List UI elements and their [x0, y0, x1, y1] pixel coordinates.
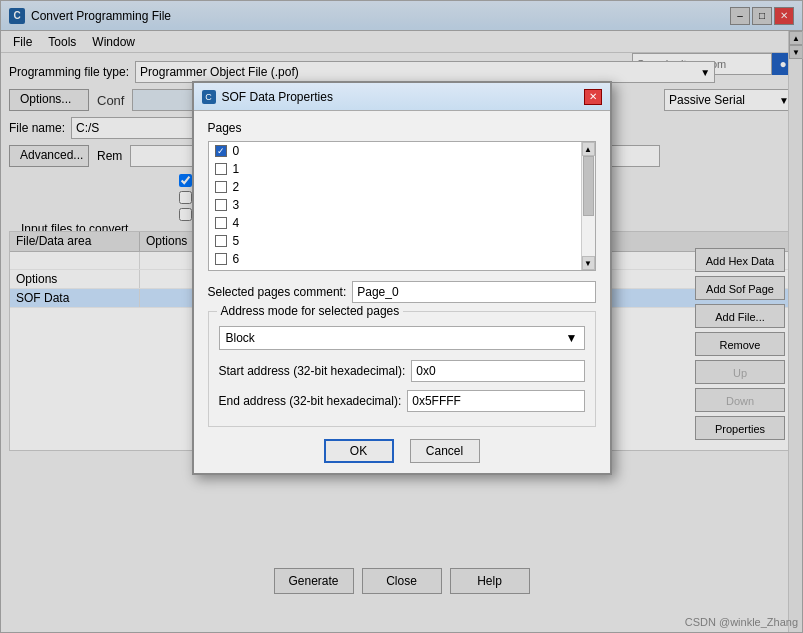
- modal-bottom-buttons: OK Cancel: [208, 439, 596, 463]
- modal-app-icon: C: [202, 90, 216, 104]
- page-checkbox-1[interactable]: [215, 163, 227, 175]
- page-checkbox-3[interactable]: [215, 199, 227, 211]
- modal-title-bar: C SOF Data Properties ✕: [194, 83, 610, 111]
- end-address-label: End address (32-bit hexadecimal):: [219, 394, 402, 408]
- selected-pages-comment-input[interactable]: [352, 281, 595, 303]
- page-checkbox-5[interactable]: [215, 235, 227, 247]
- modal-close-button[interactable]: ✕: [584, 89, 602, 105]
- pages-scrollbar[interactable]: ▲ ▼: [581, 142, 595, 270]
- pages-scroll-up[interactable]: ▲: [582, 142, 595, 156]
- page-checkbox-0[interactable]: ✓: [215, 145, 227, 157]
- chevron-down-icon-modal: ▼: [566, 331, 578, 345]
- list-item[interactable]: 5: [209, 232, 595, 250]
- address-mode-group: Address mode for selected pages Block ▼ …: [208, 311, 596, 427]
- pages-list[interactable]: ✓ 0 1 2 3: [208, 141, 596, 271]
- modal-body: Pages ✓ 0 1 2: [194, 111, 610, 473]
- selected-pages-comment-label: Selected pages comment:: [208, 285, 347, 299]
- address-mode-label: Address mode for selected pages: [217, 304, 404, 318]
- start-address-input[interactable]: [411, 360, 584, 382]
- page-checkbox-4[interactable]: [215, 217, 227, 229]
- pages-container: ✓ 0 1 2 3: [208, 141, 596, 271]
- list-item[interactable]: 3: [209, 196, 595, 214]
- address-mode-select[interactable]: Block ▼: [219, 326, 585, 350]
- list-item[interactable]: 1: [209, 160, 595, 178]
- pages-scroll-thumb[interactable]: [583, 156, 594, 216]
- pages-label: Pages: [208, 121, 596, 135]
- pages-scroll-track[interactable]: [582, 156, 595, 256]
- page-checkbox-2[interactable]: [215, 181, 227, 193]
- main-window: C Convert Programming File – □ ✕ File To…: [0, 0, 803, 633]
- pages-scroll-down[interactable]: ▼: [582, 256, 595, 270]
- modal-ok-button[interactable]: OK: [324, 439, 394, 463]
- list-item[interactable]: 4: [209, 214, 595, 232]
- selected-pages-comment-row: Selected pages comment:: [208, 281, 596, 303]
- list-item[interactable]: 6: [209, 250, 595, 268]
- modal-title: SOF Data Properties: [222, 90, 584, 104]
- page-checkbox-6[interactable]: [215, 253, 227, 265]
- end-address-input[interactable]: [407, 390, 584, 412]
- modal-cancel-button[interactable]: Cancel: [410, 439, 480, 463]
- sof-data-properties-dialog: C SOF Data Properties ✕ Pages ✓ 0: [192, 81, 612, 475]
- start-address-row: Start address (32-bit hexadecimal):: [219, 360, 585, 382]
- start-address-label: Start address (32-bit hexadecimal):: [219, 364, 406, 378]
- end-address-row: End address (32-bit hexadecimal):: [219, 390, 585, 412]
- modal-overlay: C SOF Data Properties ✕ Pages ✓ 0: [1, 1, 802, 632]
- list-item[interactable]: ✓ 0: [209, 142, 595, 160]
- list-item[interactable]: 2: [209, 178, 595, 196]
